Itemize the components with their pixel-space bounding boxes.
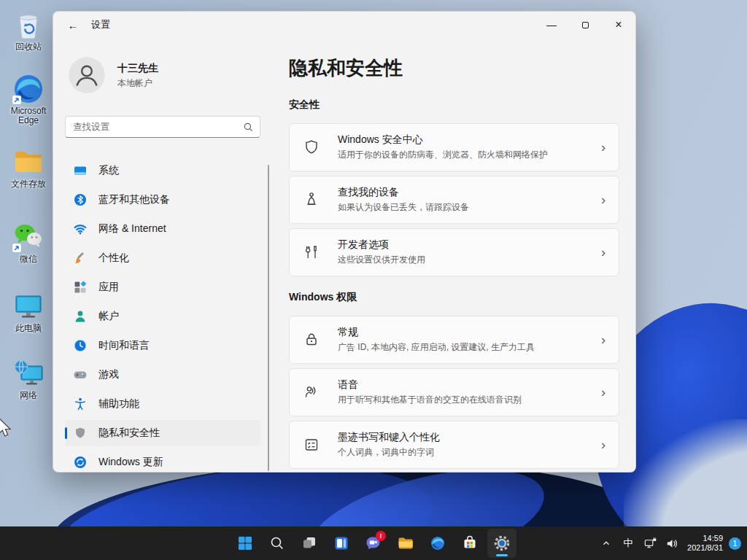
sidebar-nav: 系统 蓝牙和其他设备 网络 & Internet 个性化 应用 bbox=[65, 158, 260, 472]
date: 2021/8/31 bbox=[687, 543, 723, 553]
section-header-windows-permissions: Windows 权限 bbox=[289, 291, 357, 304]
speech-icon bbox=[303, 384, 320, 401]
store-icon bbox=[461, 534, 479, 552]
sidebar-item-windows-update[interactable]: Windows 更新 bbox=[65, 449, 260, 472]
chevron-right-icon: › bbox=[601, 140, 605, 155]
desktop-icon-this-pc[interactable]: 此电脑 bbox=[4, 290, 53, 333]
settings-gear-icon bbox=[492, 534, 511, 553]
chevron-right-icon: › bbox=[601, 192, 605, 208]
window-title: 设置 bbox=[91, 18, 110, 31]
file-explorer-icon bbox=[397, 534, 414, 552]
card-inking-typing[interactable]: 墨迹书写和键入个性化个人词典，词典中的字词 › bbox=[289, 421, 619, 469]
sidebar-item-personalization[interactable]: 个性化 bbox=[65, 245, 260, 271]
task-view-button[interactable] bbox=[295, 529, 324, 558]
microsoft-store-button[interactable] bbox=[455, 529, 484, 558]
card-general[interactable]: 常规广告 ID, 本地内容, 应用启动, 设置建议, 生产力工具 › bbox=[289, 316, 619, 364]
search-box bbox=[65, 116, 260, 138]
chevron-right-icon: › bbox=[601, 438, 605, 453]
wifi-icon bbox=[73, 222, 88, 236]
file-explorer-button[interactable] bbox=[391, 529, 420, 558]
card-developer-options[interactable]: 开发者选项这些设置仅供开发使用 › bbox=[289, 228, 619, 276]
close-button[interactable]: × bbox=[602, 12, 635, 38]
sidebar-item-system[interactable]: 系统 bbox=[65, 158, 260, 184]
ethernet-icon bbox=[643, 537, 657, 551]
sidebar-item-bluetooth[interactable]: 蓝牙和其他设备 bbox=[65, 187, 260, 213]
section-header-security: 安全性 bbox=[289, 98, 320, 112]
taskbar-search-button[interactable] bbox=[263, 529, 292, 558]
windows-logo-icon bbox=[236, 534, 254, 552]
card-find-my-device[interactable]: 查找我的设备如果认为设备已丢失，请跟踪设备 › bbox=[289, 176, 619, 224]
search-icon bbox=[268, 534, 286, 552]
desktop-icon-label: 网络 bbox=[4, 391, 53, 400]
card-speech[interactable]: 语音用于听写和其他基于语音的交互的在线语音识别 › bbox=[289, 368, 619, 416]
system-icon bbox=[73, 163, 88, 178]
chevron-right-icon: › bbox=[601, 332, 605, 348]
widgets-icon bbox=[333, 534, 350, 552]
sidebar-scrollbar[interactable] bbox=[268, 165, 269, 471]
privacy-shield-icon bbox=[73, 426, 88, 440]
desktop-icon-label: 文件存放 bbox=[4, 179, 53, 189]
accessibility-icon bbox=[73, 397, 88, 411]
gaming-icon bbox=[73, 368, 88, 382]
desktop-icon-network[interactable]: 网络 bbox=[4, 357, 53, 400]
settings-window: ← 设置 — × 十三先生 本地帐户 bbox=[53, 11, 636, 472]
maximize-button[interactable] bbox=[568, 12, 602, 38]
desktop-icon-label: Microsoft Edge bbox=[4, 106, 53, 125]
selected-indicator bbox=[65, 427, 67, 439]
sidebar-item-apps[interactable]: 应用 bbox=[65, 274, 260, 300]
network-icon bbox=[12, 357, 44, 389]
settings-button[interactable] bbox=[487, 529, 516, 558]
shortcut-arrow-icon bbox=[12, 96, 21, 104]
desktop-icon-edge[interactable]: Microsoft Edge bbox=[4, 73, 53, 125]
sidebar-item-time-language[interactable]: 时间和语言 bbox=[65, 332, 260, 359]
hidden-icons-chevron[interactable] bbox=[595, 531, 617, 556]
sidebar-item-accessibility[interactable]: 辅助功能 bbox=[65, 391, 260, 417]
desktop-icon-recycle-bin[interactable]: 回收站 bbox=[4, 9, 53, 52]
minimize-button[interactable]: — bbox=[535, 12, 568, 38]
edge-icon bbox=[12, 73, 44, 105]
card-windows-security[interactable]: Windows 安全中心适用于你的设备的防病毒、浏览器、防火墙和网络保护 › bbox=[289, 123, 619, 171]
desktop-icon-wechat[interactable]: 微信 bbox=[4, 221, 53, 264]
desktop: 回收站 Microsoft Edge 文件存放 微信 此电脑 网络 bbox=[0, 0, 747, 560]
speaker-icon bbox=[665, 537, 679, 551]
settings-sidebar: 十三先生 本地帐户 系统 蓝牙和其他设备 网络 & bbox=[53, 38, 276, 472]
edge-button[interactable] bbox=[423, 529, 452, 558]
lock-icon bbox=[303, 331, 320, 349]
chevron-up-icon bbox=[601, 538, 611, 548]
volume-button[interactable] bbox=[661, 531, 683, 556]
desktop-icon-folder[interactable]: 文件存放 bbox=[4, 146, 53, 189]
system-tray: 中 14:59 2021/8/31 1 bbox=[595, 526, 743, 560]
sidebar-item-privacy-security[interactable]: 隐私和安全性 bbox=[65, 420, 260, 446]
sidebar-item-accounts[interactable]: 帐户 bbox=[65, 303, 260, 330]
back-button[interactable]: ← bbox=[61, 15, 85, 35]
start-button[interactable] bbox=[231, 529, 260, 558]
time: 14:59 bbox=[687, 534, 723, 544]
chevron-right-icon: › bbox=[601, 385, 605, 400]
task-view-icon bbox=[301, 534, 318, 552]
sidebar-item-gaming[interactable]: 游戏 bbox=[65, 362, 260, 388]
windows-update-icon bbox=[73, 455, 88, 470]
user-profile: 十三先生 本地帐户 bbox=[69, 57, 158, 93]
time-language-icon bbox=[73, 338, 88, 353]
notification-count-badge[interactable]: 1 bbox=[729, 537, 741, 550]
clock[interactable]: 14:59 2021/8/31 bbox=[687, 534, 723, 553]
chevron-right-icon: › bbox=[601, 245, 605, 260]
shortcut-arrow-icon bbox=[12, 244, 21, 252]
ime-indicator[interactable]: 中 bbox=[617, 531, 639, 556]
shield-outline-icon bbox=[303, 139, 320, 156]
accounts-icon bbox=[73, 309, 88, 324]
wechat-icon bbox=[12, 221, 44, 253]
chat-notification-badge: ! bbox=[376, 531, 386, 541]
desktop-icon-label: 回收站 bbox=[4, 42, 53, 52]
network-tray-button[interactable] bbox=[639, 531, 661, 556]
this-pc-icon bbox=[12, 290, 44, 322]
sidebar-item-network[interactable]: 网络 & Internet bbox=[65, 216, 260, 242]
ink-icon bbox=[303, 436, 320, 454]
chat-button[interactable]: ! bbox=[359, 529, 388, 558]
widgets-button[interactable] bbox=[327, 529, 356, 558]
titlebar: ← 设置 — × bbox=[53, 12, 635, 38]
search-icon bbox=[243, 122, 254, 136]
taskbar: ! 中 bbox=[0, 526, 747, 560]
search-input[interactable] bbox=[66, 117, 260, 137]
edge-icon bbox=[429, 534, 446, 552]
